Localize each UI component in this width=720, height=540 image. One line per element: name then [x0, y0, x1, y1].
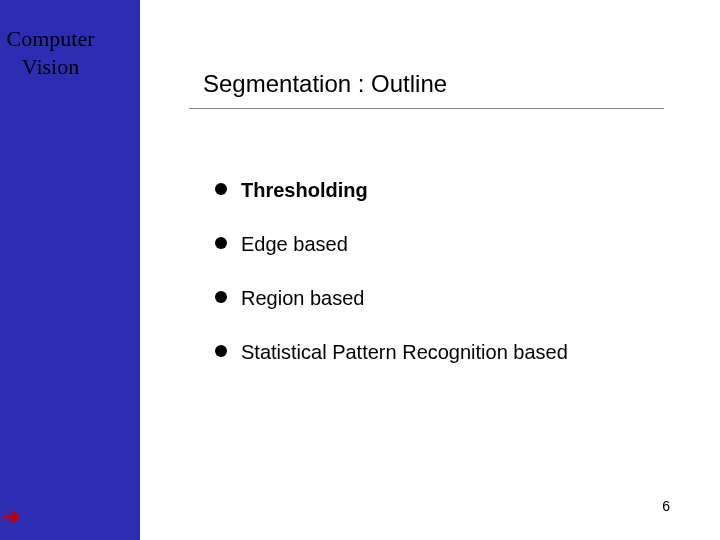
- sidebar-title: Computer Vision: [0, 25, 123, 80]
- page-number: 6: [662, 498, 670, 514]
- title-underline: [189, 108, 664, 109]
- sidebar-title-line1: Computer: [7, 26, 95, 51]
- bullet-list: Thresholding Edge based Region based Sta…: [215, 178, 685, 394]
- bullet-text: Statistical Pattern Recognition based: [241, 340, 568, 364]
- bullet-text: Edge based: [241, 232, 348, 256]
- list-item: Edge based: [215, 232, 685, 256]
- arrow-right-icon: ➔: [2, 506, 24, 528]
- slide-title: Segmentation : Outline: [203, 70, 447, 98]
- bullet-icon: [215, 291, 227, 303]
- bullet-icon: [215, 237, 227, 249]
- list-item: Region based: [215, 286, 685, 310]
- slide: ➔ Computer Vision Segmentation : Outline…: [0, 0, 720, 540]
- bullet-text: Region based: [241, 286, 364, 310]
- bullet-icon: [215, 345, 227, 357]
- sidebar: ➔: [0, 0, 140, 540]
- list-item: Thresholding: [215, 178, 685, 202]
- sidebar-title-line2: Vision: [22, 54, 79, 79]
- list-item: Statistical Pattern Recognition based: [215, 340, 685, 364]
- bullet-text: Thresholding: [241, 178, 368, 202]
- bullet-icon: [215, 183, 227, 195]
